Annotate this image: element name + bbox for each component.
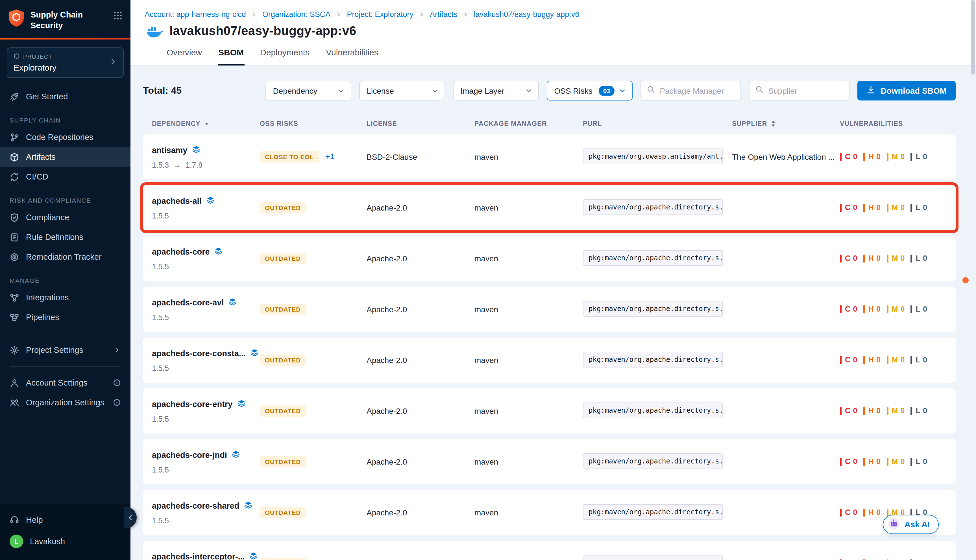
- column-header-dependency[interactable]: DEPENDENCY: [152, 120, 260, 127]
- table-row-apacheds-core[interactable]: apacheds-core 1.5.5 OUTDATED Apache-2.0 …: [143, 236, 956, 281]
- rocket-icon: [10, 92, 19, 101]
- sidebar-item-project-settings[interactable]: Project Settings: [0, 340, 130, 360]
- user-menu[interactable]: L Lavakush: [0, 530, 130, 553]
- purl-chip[interactable]: pkg:maven/org.apache.directory.s...: [583, 555, 723, 560]
- project-name: Exploratory: [13, 62, 57, 72]
- sidebar-item-account-settings[interactable]: Account Settings: [0, 373, 130, 393]
- purl-cell: pkg:maven/org.apache.directory.s...: [583, 402, 732, 420]
- column-header-vulnerabilities[interactable]: VULNERABILITIES: [840, 120, 947, 127]
- project-icon: [13, 53, 20, 60]
- tab-overview[interactable]: Overview: [166, 45, 202, 65]
- user-name: Lavakush: [30, 537, 65, 546]
- breadcrumb-link-artifacts[interactable]: Artifacts: [430, 10, 457, 18]
- table-row-apacheds-core-shared[interactable]: apacheds-core-shared 1.5.5 OUTDATED Apac…: [143, 490, 956, 535]
- oss-risks-cell: OUTDATED: [260, 507, 367, 518]
- sidebar-item-get-started[interactable]: Get Started: [0, 87, 130, 107]
- vuln-high: H0: [863, 204, 881, 212]
- project-selector[interactable]: PROJECT Exploratory: [7, 47, 124, 78]
- sidebar-item-pipelines[interactable]: Pipelines: [0, 307, 130, 327]
- download-sbom-button[interactable]: Download SBOM: [858, 81, 956, 100]
- purl-chip[interactable]: pkg:maven/org.apache.directory.s...: [583, 301, 723, 317]
- more-risks-link[interactable]: +1: [325, 152, 334, 161]
- layers-icon: [206, 196, 215, 206]
- nodes-icon: [10, 293, 19, 302]
- shield-check-icon: [10, 213, 19, 222]
- dependency-cell: apacheds-core-avl 1.5.5: [152, 297, 260, 322]
- dependency-cell: apacheds-core 1.5.5: [152, 247, 260, 271]
- table-row-apacheds-core-jndi[interactable]: apacheds-core-jndi 1.5.5 OUTDATED Apache…: [143, 439, 956, 484]
- sidebar-item-integrations[interactable]: Integrations: [0, 288, 130, 307]
- table-row-apacheds-core-avl[interactable]: apacheds-core-avl 1.5.5 OUTDATED Apache-…: [143, 287, 956, 332]
- column-header-package-manager[interactable]: PACKAGE MANAGER: [474, 120, 583, 127]
- purl-chip[interactable]: pkg:maven/org.apache.directory.s...: [583, 453, 723, 469]
- purl-chip[interactable]: pkg:maven/org.apache.directory.s...: [583, 250, 723, 266]
- package-manager-cell: maven: [474, 559, 583, 560]
- tab-sbom[interactable]: SBOM: [218, 45, 244, 65]
- breadcrumb-link-lavakush07-easy-buggy-app-v6[interactable]: lavakush07/easy-buggy-app:v6: [474, 10, 579, 18]
- table-row-antisamy[interactable]: antisamy 1.5.3 → 1.7.8 CLOSE TO EOL+1 BS…: [143, 134, 956, 180]
- layers-icon: [192, 145, 200, 155]
- breadcrumb-link-project-exploratory[interactable]: Project: Exploratory: [347, 10, 414, 18]
- table-row-apacheds-core-consta[interactable]: apacheds-core-consta... 1.5.5 OUTDATED A…: [143, 338, 956, 383]
- sort-desc-icon: [204, 121, 210, 127]
- breadcrumb-separator-icon: [462, 11, 469, 18]
- purl-chip[interactable]: pkg:maven/org.apache.directory.s...: [583, 352, 723, 367]
- purl-chip[interactable]: pkg:maven/org.apache.directory.s...: [583, 504, 723, 520]
- vuln-medium: M0: [886, 204, 905, 212]
- table-row-apacheds-all[interactable]: apacheds-all 1.5.5 OUTDATED Apache-2.0 m…: [143, 185, 956, 230]
- tab-vulnerabilities[interactable]: Vulnerabilities: [325, 45, 379, 65]
- apps-grid-icon[interactable]: [113, 8, 123, 23]
- supplier-search-input[interactable]: [768, 86, 843, 95]
- column-header-license[interactable]: LICENSE: [367, 120, 474, 127]
- breadcrumb-link-organization-ssca[interactable]: Organization: SSCA: [262, 10, 331, 18]
- purl-chip[interactable]: pkg:maven/org.apache.directory.s...: [583, 402, 723, 418]
- sidebar-item-ci-cd[interactable]: CI/CD: [0, 167, 130, 187]
- column-header-supplier[interactable]: SUPPLIER: [732, 120, 840, 128]
- column-header-purl[interactable]: PURL: [583, 120, 732, 127]
- sidebar-item-code-repositories[interactable]: Code Repositories: [0, 127, 130, 147]
- package-manager-search-input[interactable]: [660, 86, 735, 95]
- vuln-low: L0: [911, 458, 928, 466]
- table-row-apacheds-core-entry[interactable]: apacheds-core-entry 1.5.5 OUTDATED Apach…: [143, 388, 956, 433]
- info-icon: [113, 398, 121, 407]
- sidebar-item-artifacts[interactable]: Artifacts: [0, 147, 130, 167]
- target-icon: [10, 252, 19, 262]
- filter-dependency[interactable]: Dependency: [265, 81, 351, 100]
- app-root: Supply Chain Security PROJECT Explorator…: [0, 0, 976, 560]
- sidebar-item-organization-settings[interactable]: Organization Settings: [0, 393, 130, 412]
- breadcrumb-link-account-app-harness-ng-cicd[interactable]: Account: app-harness-ng-cicd: [145, 10, 246, 18]
- purl-chip[interactable]: pkg:maven/org.owasp.antisamy/ant...: [583, 148, 723, 164]
- dependency-cell: apacheds-core-jndi 1.5.5: [152, 450, 260, 474]
- layers-icon: [232, 450, 240, 460]
- feedback-widget-dot[interactable]: [963, 277, 969, 283]
- gear-icon: [10, 345, 19, 355]
- vulnerabilities-cell: C0H0M0L0: [840, 255, 947, 262]
- chevron-down-icon: [525, 87, 532, 95]
- sidebar-item-compliance[interactable]: Compliance: [0, 207, 130, 227]
- column-header-oss-risks[interactable]: OSS RISKS: [260, 120, 367, 127]
- filter-license[interactable]: License: [359, 81, 445, 100]
- scrollbar-thumb[interactable]: [971, 0, 975, 75]
- filter-oss-risks[interactable]: OSS Risks 03: [547, 81, 632, 100]
- purl-chip[interactable]: pkg:maven/org.apache.directory.s...: [583, 199, 723, 215]
- supplier-search[interactable]: [749, 81, 849, 100]
- supplier-cell: The Open Web Application ...: [732, 152, 840, 162]
- sidebar-item-rule-definitions[interactable]: Rule Definitions: [0, 227, 130, 247]
- total-count: Total: 45: [143, 85, 182, 96]
- package-manager-cell: maven: [474, 356, 583, 365]
- vuln-low: L0: [911, 305, 928, 313]
- sidebar-item-remediation-tracker[interactable]: Remediation Tracker: [0, 247, 130, 267]
- vuln-critical: C0: [840, 356, 858, 364]
- package-manager-cell: maven: [474, 407, 583, 415]
- toolbar: Total: 45 Dependency License Image Layer…: [143, 81, 956, 100]
- chevron-down-icon: [431, 87, 439, 95]
- product-title: Supply Chain Security: [30, 8, 107, 31]
- table-header: DEPENDENCYOSS RISKSLICENSEPACKAGE MANAGE…: [143, 120, 956, 128]
- purl-cell: pkg:maven/org.apache.directory.s...: [583, 555, 732, 560]
- package-manager-search[interactable]: [641, 81, 741, 100]
- sidebar-item-help[interactable]: Help: [0, 510, 130, 530]
- ask-ai-button[interactable]: Ask AI: [883, 515, 939, 534]
- tab-deployments[interactable]: Deployments: [260, 45, 310, 65]
- filter-image-layer[interactable]: Image Layer: [453, 81, 539, 100]
- table-row-apacheds-interceptor[interactable]: apacheds-interceptor-... 1.5.5 OUTDATED …: [143, 541, 956, 560]
